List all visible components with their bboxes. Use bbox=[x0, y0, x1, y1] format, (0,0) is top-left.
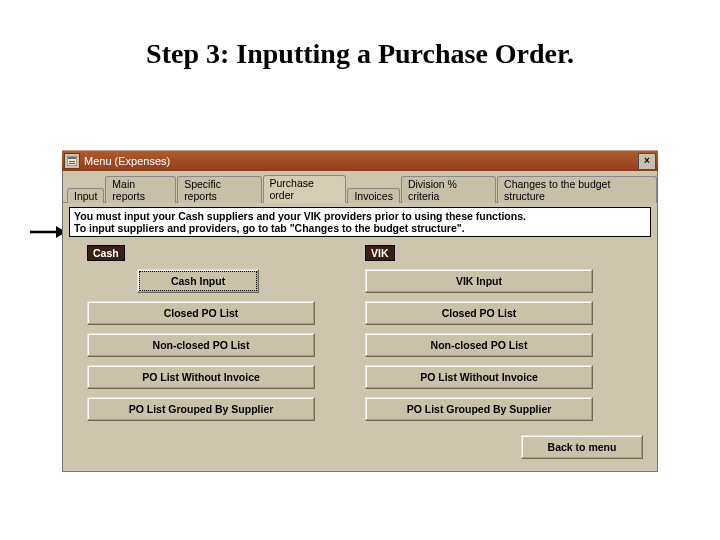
page-title: Step 3: Inputting a Purchase Order. bbox=[0, 0, 720, 110]
close-button[interactable]: × bbox=[638, 153, 656, 170]
vik-group-label: VIK bbox=[365, 245, 395, 261]
tab-strip: Input Main reports Specific reports Purc… bbox=[63, 171, 657, 203]
cash-po-grouped-supplier-button[interactable]: PO List Grouped By Supplier bbox=[87, 397, 315, 421]
notice-line-2: To input suppliers and providers, go to … bbox=[74, 222, 646, 234]
app-window: Menu (Expenses) × Input Main reports Spe… bbox=[62, 150, 658, 472]
cash-closed-po-list-button[interactable]: Closed PO List bbox=[87, 301, 315, 325]
tab-purchase-order[interactable]: Purchase order bbox=[263, 175, 347, 203]
cash-nonclosed-po-list-button[interactable]: Non-closed PO List bbox=[87, 333, 315, 357]
svg-rect-2 bbox=[68, 157, 76, 159]
vik-po-without-invoice-button[interactable]: PO List Without Invoice bbox=[365, 365, 593, 389]
tab-division-criteria[interactable]: Division % criteria bbox=[401, 176, 496, 203]
form-client-area: Input Main reports Specific reports Purc… bbox=[62, 171, 658, 472]
svg-rect-3 bbox=[69, 161, 75, 162]
window-title: Menu (Expenses) bbox=[84, 155, 638, 167]
tab-invoices[interactable]: Invoices bbox=[347, 188, 400, 203]
window-titlebar: Menu (Expenses) × bbox=[62, 150, 658, 171]
svg-rect-4 bbox=[69, 163, 75, 164]
cash-input-button[interactable]: Cash Input bbox=[137, 269, 259, 293]
back-to-menu-button[interactable]: Back to menu bbox=[521, 435, 643, 459]
tab-changes-budget-structure[interactable]: Changes to the budget structure bbox=[497, 176, 657, 203]
tab-specific-reports[interactable]: Specific reports bbox=[177, 176, 261, 203]
vik-po-grouped-supplier-button[interactable]: PO List Grouped By Supplier bbox=[365, 397, 593, 421]
window-form-icon bbox=[64, 153, 80, 169]
vik-input-button[interactable]: VIK Input bbox=[365, 269, 593, 293]
pointer-arrow bbox=[30, 220, 66, 246]
cash-column: Cash Cash Input Closed PO List Non-close… bbox=[87, 243, 315, 429]
cash-group-label: Cash bbox=[87, 245, 125, 261]
notice-line-1: You must input your Cash suppliers and y… bbox=[74, 210, 646, 222]
tab-main-reports[interactable]: Main reports bbox=[105, 176, 176, 203]
instruction-notice: You must input your Cash suppliers and y… bbox=[69, 207, 651, 237]
vik-column: VIK VIK Input Closed PO List Non-closed … bbox=[365, 243, 593, 429]
cash-po-without-invoice-button[interactable]: PO List Without Invoice bbox=[87, 365, 315, 389]
vik-nonclosed-po-list-button[interactable]: Non-closed PO List bbox=[365, 333, 593, 357]
tab-input[interactable]: Input bbox=[67, 188, 104, 203]
vik-closed-po-list-button[interactable]: Closed PO List bbox=[365, 301, 593, 325]
